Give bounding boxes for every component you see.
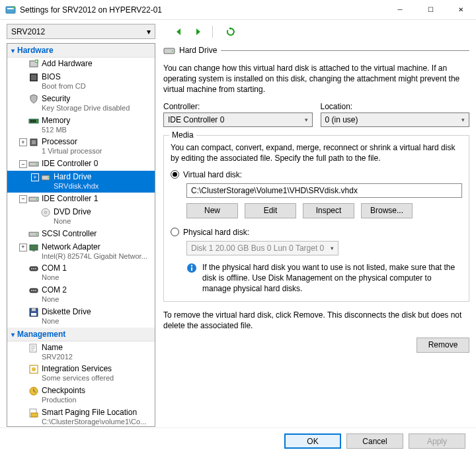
- maximize-button[interactable]: ☐: [415, 0, 446, 20]
- tree-item-icon: [40, 172, 51, 183]
- tree-item-label: Smart Paging File Location: [42, 408, 146, 418]
- minimize-button[interactable]: ─: [385, 0, 415, 20]
- svg-point-41: [32, 367, 36, 371]
- tree-item-label: Hard Drive: [54, 172, 99, 182]
- vm-selector-value: SRV2012: [11, 27, 45, 36]
- tree-item-diskette-drive[interactable]: Diskette DriveNone: [7, 306, 155, 328]
- settings-tree[interactable]: ▾Hardware Add HardwareBIOSBoot from CDSe…: [7, 43, 155, 427]
- tree-item-sublabel: SRVdisk.vhdx: [54, 182, 99, 191]
- tree-item-scsi-controller[interactable]: SCSI Controller: [7, 228, 155, 241]
- tree-item-icon: [28, 116, 39, 126]
- svg-point-21: [36, 199, 37, 200]
- svg-rect-11: [30, 120, 32, 122]
- location-label: Location:: [321, 102, 470, 111]
- tree-item-dvd-drive[interactable]: DVD DriveNone: [7, 206, 155, 228]
- tree-item-sublabel: 1 Virtual processor: [42, 147, 102, 156]
- tree-item-icon: [28, 408, 39, 418]
- tree-item-network-adapter[interactable]: +Network AdapterIntel(R) 82574L Gigabit …: [7, 241, 155, 263]
- browse-button[interactable]: Browse...: [361, 203, 413, 218]
- tree-item-checkpoints[interactable]: CheckpointsProduction: [7, 385, 155, 406]
- tree-item-ide-controller-0[interactable]: −IDE Controller 0: [7, 158, 155, 171]
- location-select[interactable]: 0 (in use)▾: [321, 113, 470, 127]
- edit-button[interactable]: Edit: [245, 203, 296, 218]
- svg-marker-5: [229, 27, 231, 30]
- media-intro: You can compact, convert, expand, merge,…: [171, 142, 462, 163]
- ok-button[interactable]: OK: [284, 433, 341, 449]
- svg-rect-38: [31, 313, 36, 316]
- radio-icon: [171, 170, 179, 179]
- svg-point-30: [33, 268, 34, 269]
- tree-item-sublabel: None: [42, 317, 91, 326]
- tree-item-integration-services[interactable]: Integration ServicesSome services offere…: [7, 363, 155, 385]
- svg-point-34: [33, 290, 34, 291]
- tree-item-ide-controller-1[interactable]: −IDE Controller 1: [7, 193, 155, 206]
- tree-item-sublabel: Production: [42, 396, 85, 405]
- tree-item-label: COM 2: [42, 285, 67, 295]
- tree-item-label: Integration Services: [42, 364, 114, 374]
- tree-item-label: Add Hardware: [42, 59, 93, 69]
- tree-item-label: Processor: [42, 137, 102, 147]
- tree-item-sublabel: None: [42, 295, 67, 304]
- nav-back-button[interactable]: [173, 25, 186, 38]
- svg-point-31: [35, 268, 36, 269]
- tree-item-label: Checkpoints: [42, 386, 85, 396]
- svg-rect-26: [30, 245, 38, 250]
- tree-item-label: BIOS: [42, 72, 86, 82]
- tree-item-hard-drive[interactable]: +Hard DriveSRVdisk.vhdx: [7, 171, 155, 193]
- tree-item-icon: [28, 364, 39, 375]
- tree-item-icon: [40, 207, 51, 218]
- tree-item-bios[interactable]: BIOSBoot from CD: [7, 71, 155, 93]
- apply-button: Apply: [409, 433, 465, 449]
- svg-point-17: [36, 163, 37, 165]
- tree-item-sublabel: 512 MB: [42, 126, 70, 135]
- svg-marker-3: [177, 28, 180, 35]
- tree-item-icon: [28, 263, 39, 274]
- tree-item-smart-paging-file-location[interactable]: Smart Paging File LocationC:\ClusterStor…: [7, 406, 155, 427]
- tree-item-icon: [28, 159, 39, 169]
- physical-disk-select: Disk 1 20.00 GB Bus 0 Lun 0 Target 0▾: [186, 241, 338, 255]
- tree-item-add-hardware[interactable]: Add Hardware: [7, 58, 155, 71]
- new-button[interactable]: New: [186, 203, 238, 218]
- tree-item-com-1[interactable]: COM 1None: [7, 262, 155, 284]
- cancel-button[interactable]: Cancel: [346, 433, 403, 449]
- tree-item-sublabel: None: [42, 273, 67, 283]
- tree-item-sublabel: None: [54, 217, 91, 226]
- tree-item-memory[interactable]: Memory512 MB: [7, 114, 155, 136]
- refresh-button[interactable]: [224, 25, 237, 38]
- tree-item-sublabel: Key Storage Drive disabled: [42, 104, 130, 113]
- tree-item-icon: [28, 59, 39, 69]
- tree-item-sublabel: Boot from CD: [42, 82, 86, 91]
- vhd-path-input[interactable]: C:\ClusterStorage\Volume1\VHD\SRVdisk.vh…: [186, 183, 462, 198]
- controller-label: Controller:: [163, 102, 313, 111]
- tree-item-sublabel: Some services offered: [42, 374, 114, 383]
- close-button[interactable]: ✕: [446, 0, 476, 20]
- nav-forward-button[interactable]: [191, 25, 204, 38]
- vhd-radio-row[interactable]: Virtual hard disk:: [171, 170, 462, 179]
- tree-item-label: Network Adapter: [42, 242, 147, 252]
- title-bar: Settings for SRV2012 on HYPERV22-01 ─ ☐ …: [0, 0, 476, 20]
- tree-item-security[interactable]: SecurityKey Storage Drive disabled: [7, 93, 155, 114]
- svg-rect-27: [32, 250, 35, 251]
- controller-select[interactable]: IDE Controller 0▾: [163, 113, 313, 127]
- tree-item-label: DVD Drive: [54, 207, 91, 217]
- remove-button[interactable]: Remove: [416, 338, 469, 353]
- tree-item-icon: [28, 94, 39, 105]
- tree-item-icon: [28, 229, 39, 240]
- tree-item-name[interactable]: NameSRV2012: [7, 341, 155, 363]
- tree-item-icon: [28, 386, 39, 396]
- svg-point-23: [45, 211, 47, 213]
- tree-item-icon: [28, 307, 39, 318]
- detail-pane: Hard Drive You can change how this virtu…: [163, 43, 469, 427]
- management-section-header: ▾Management: [7, 328, 155, 341]
- svg-rect-15: [32, 140, 36, 144]
- svg-rect-13: [34, 120, 36, 122]
- vm-selector[interactable]: SRV2012 ▾: [7, 24, 155, 39]
- physical-radio-row[interactable]: Physical hard disk:: [171, 228, 462, 237]
- chevron-down-icon: ▾: [147, 27, 151, 36]
- tree-item-com-2[interactable]: COM 2None: [7, 284, 155, 306]
- inspect-button[interactable]: Inspect: [303, 203, 354, 218]
- svg-rect-44: [31, 413, 38, 417]
- dialog-footer: OK Cancel Apply: [0, 428, 476, 454]
- tree-item-processor[interactable]: +Processor1 Virtual processor: [7, 136, 155, 158]
- vhd-radio-label: Virtual hard disk:: [183, 170, 242, 179]
